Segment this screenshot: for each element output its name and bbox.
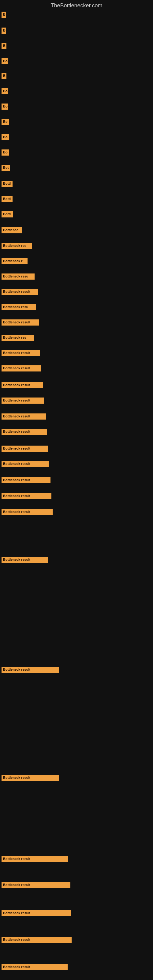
item-row: Bottleneck result (2, 964, 151, 970)
item-row: Bottleneck result (2, 667, 151, 673)
label-badge: Bottleneck result (2, 477, 51, 483)
item-row: Bottleneck res (2, 335, 151, 341)
item-row: B (2, 43, 151, 49)
item-row: Bot (2, 165, 151, 171)
label-badge: Bottleneck result (2, 414, 46, 420)
label-badge: B (2, 73, 6, 79)
item-row: Bo (2, 88, 151, 94)
label-badge: Bottleneck result (2, 964, 68, 970)
label-badge: Bottleneck result (2, 445, 48, 452)
item-row: Bottleneck resu (2, 274, 151, 280)
item-row: Bottleneck result (2, 910, 151, 916)
label-badge: Bottleneck r (2, 258, 27, 264)
item-row: Bottleneck result (2, 461, 151, 467)
item-row: Bo (2, 119, 151, 125)
label-badge: Bottleneck result (2, 289, 38, 295)
label-badge: Bottleneck result (2, 365, 41, 371)
item-row: Bottleneck result (2, 350, 151, 356)
label-badge: Bo (2, 103, 8, 110)
label-badge: Bottl (2, 211, 13, 218)
item-row: Bottleneck result (2, 493, 151, 499)
item-row: Bottleneck result (2, 382, 151, 388)
label-badge: Bottleneck result (2, 350, 40, 356)
label-badge: Bottleneck result (2, 937, 72, 943)
item-row: Bo (2, 150, 151, 156)
item-row: Bottleneck result (2, 856, 151, 862)
item-row: Bo (2, 103, 151, 110)
label-badge: Bottleneck result (2, 557, 48, 563)
label-badge: Bottleneck result (2, 398, 44, 404)
label-badge: Bottleneck result (2, 910, 71, 916)
item-row: Bottleneck result (2, 398, 151, 404)
item-row: Bottlenec (2, 227, 151, 233)
label-badge: Bottleneck res (2, 335, 33, 341)
label-badge: Bottleneck res (2, 243, 32, 249)
label-badge: Bottleneck resu (2, 304, 36, 310)
item-row: Bo (2, 134, 151, 140)
label-badge: Bo (2, 134, 9, 140)
item-row: Bottleneck result (2, 289, 151, 295)
label-badge: Bottleneck result (2, 775, 59, 781)
label-badge: Bottleneck result (2, 493, 51, 499)
item-row: Bottleneck result (2, 320, 151, 326)
item-row: Bottleneck r (2, 258, 151, 264)
label-badge: Bottl (2, 181, 13, 187)
item-row: B (2, 27, 151, 34)
item-row: Bottleneck result (2, 429, 151, 435)
site-title-container: TheBottlenecker.com (0, 0, 153, 11)
label-badge: Bottleneck result (2, 882, 70, 888)
label-badge: Bottleneck result (2, 509, 53, 515)
item-row: Bottleneck result (2, 509, 151, 515)
item-row: Bottleneck result (2, 775, 151, 781)
label-badge: Bottleneck resu (2, 274, 35, 280)
item-row: B (2, 12, 151, 18)
item-row: Bottleneck result (2, 477, 151, 483)
site-title: TheBottlenecker.com (0, 0, 153, 11)
item-row: Bottleneck res (2, 243, 151, 249)
label-badge: Bottleneck result (2, 429, 47, 435)
item-row: Bottleneck result (2, 414, 151, 420)
label-badge: Bo (2, 119, 9, 125)
label-badge: B (2, 27, 6, 34)
item-row: Bottleneck result (2, 937, 151, 943)
label-badge: B (2, 12, 6, 18)
label-badge: Bottleneck result (2, 320, 39, 326)
label-badge: Bottl (2, 196, 13, 202)
label-badge: Bottleneck result (2, 856, 68, 862)
label-badge: B (2, 43, 6, 49)
item-row: Bottleneck result (2, 445, 151, 452)
item-row: Bottleneck result (2, 557, 151, 563)
item-row: B (2, 73, 151, 79)
label-badge: Bot (2, 165, 10, 171)
label-badge: Bottleneck result (2, 382, 43, 388)
label-badge: Bo (2, 58, 8, 64)
item-row: Bottleneck result (2, 882, 151, 888)
item-row: Bo (2, 58, 151, 64)
item-row: Bottleneck result (2, 365, 151, 371)
item-row: Bottl (2, 181, 151, 187)
label-badge: Bottleneck result (2, 667, 59, 673)
label-badge: Bottlenec (2, 227, 22, 233)
item-row: Bottl (2, 196, 151, 202)
item-row: Bottleneck resu (2, 304, 151, 310)
label-badge: Bottleneck result (2, 461, 49, 467)
label-badge: Bo (2, 88, 8, 94)
label-badge: Bo (2, 150, 9, 156)
item-row: Bottl (2, 211, 151, 218)
